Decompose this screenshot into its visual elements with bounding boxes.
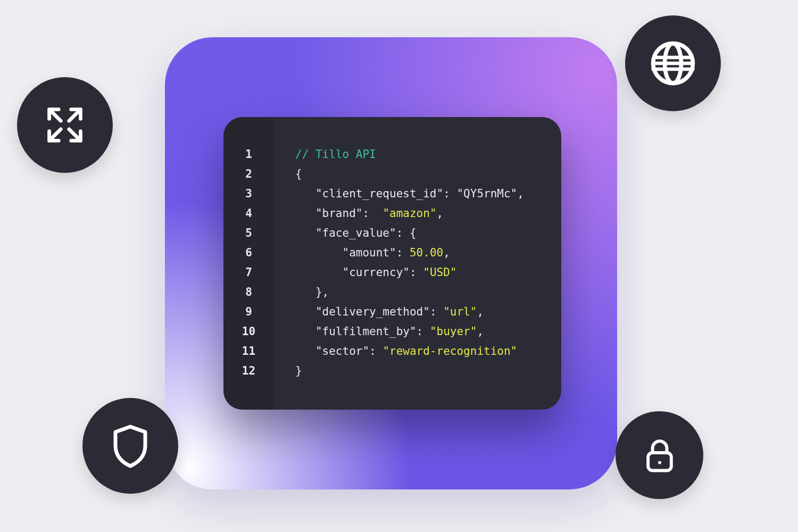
code-snippet-panel: 1 2 3 4 5 6 7 8 9 10 11 12 // Tillo API … bbox=[223, 117, 561, 410]
line-number: 10 bbox=[242, 322, 255, 342]
line-number-gutter: 1 2 3 4 5 6 7 8 9 10 11 12 bbox=[223, 117, 274, 410]
line-number: 1 bbox=[245, 145, 252, 164]
code-body: // Tillo API { "client_request_id": "QY5… bbox=[274, 117, 561, 410]
svg-point-3 bbox=[658, 461, 661, 464]
expand-icon bbox=[17, 77, 113, 173]
line-number: 12 bbox=[242, 361, 255, 381]
line-number: 3 bbox=[245, 184, 252, 204]
code-comment: // Tillo API bbox=[295, 148, 376, 161]
line-number: 8 bbox=[245, 282, 252, 302]
line-number: 5 bbox=[245, 223, 252, 243]
line-number: 7 bbox=[245, 263, 252, 282]
shield-icon bbox=[82, 398, 178, 494]
lock-icon bbox=[616, 411, 703, 499]
line-number: 4 bbox=[245, 204, 252, 223]
promo-stage: 1 2 3 4 5 6 7 8 9 10 11 12 // Tillo API … bbox=[0, 0, 798, 532]
line-number: 9 bbox=[245, 302, 252, 322]
line-number: 2 bbox=[245, 164, 252, 184]
line-number: 6 bbox=[245, 243, 252, 263]
globe-icon bbox=[625, 15, 721, 111]
line-number: 11 bbox=[242, 342, 255, 361]
